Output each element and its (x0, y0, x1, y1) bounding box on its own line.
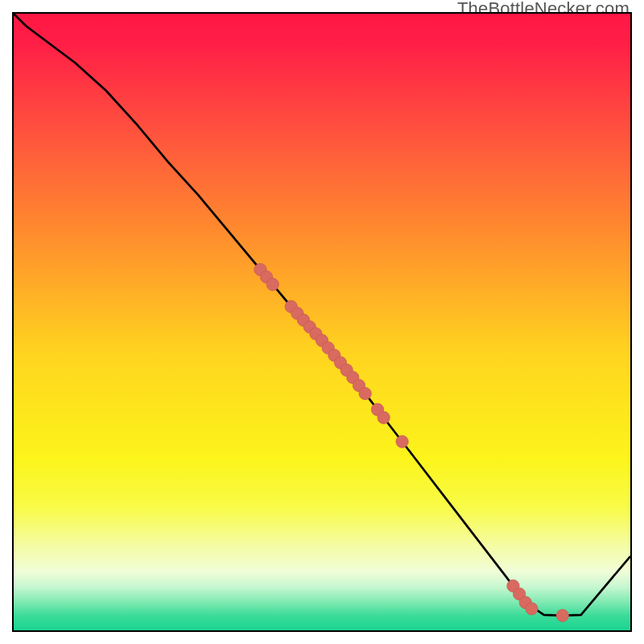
data-point (266, 279, 279, 291)
curve-layer (14, 14, 630, 630)
data-point (556, 609, 568, 621)
data-point (359, 387, 371, 399)
bottleneck-curve (14, 14, 630, 616)
data-point-markers (254, 263, 569, 621)
data-point (378, 411, 390, 423)
data-point (526, 603, 538, 615)
chart-stage: TheBottleNecker.com (0, 0, 644, 644)
data-point (396, 436, 408, 448)
plot-area (12, 12, 632, 632)
